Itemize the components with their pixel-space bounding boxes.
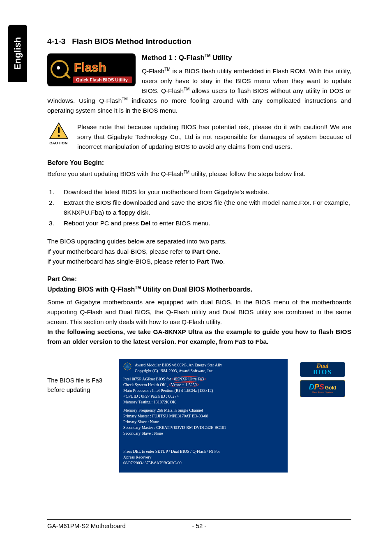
part-one-para: Some of Gigabyte motherboards are equipp… <box>47 297 351 327</box>
step-num: 1. <box>49 187 64 197</box>
bios-device-line: Secondary Master : CREATIVEDVD-RM DVD124… <box>123 425 284 431</box>
bios-chipset-line: Intel i875P AGPset BIOS for 8KNXP Ultra … <box>123 376 284 382</box>
bios-header-line2: Copyright (C) 1984-2003, Award Software,… <box>135 368 222 374</box>
bios-devices: Memory Frequency 266 MHz in Single Chann… <box>123 408 284 436</box>
dps-main: DPSGold <box>309 383 336 391</box>
guide-line2: If your motherboard has dual-BIOS, pleas… <box>47 247 351 257</box>
section-title: 4-1-3 Flash BIOS Method Introduction <box>47 37 351 46</box>
para-prefix: Q-Flash <box>142 67 164 74</box>
intro-suffix: utility, please follow the steps below f… <box>189 170 305 177</box>
footer-right <box>250 522 351 529</box>
dps-sub: Dual Power System <box>312 391 333 394</box>
section-title-text: Flash BIOS Method Introduction <box>72 37 191 46</box>
svg-text:Quick Flash BIOS Utility: Quick Flash BIOS Utility <box>76 77 128 82</box>
bios-side-logos: Dual BIOS DPSGold Dual Power System <box>300 362 345 397</box>
caution-label: CAUTION <box>47 141 70 145</box>
page-content: 4-1-3 Flash BIOS Method Introduction Fla… <box>47 37 351 473</box>
qflash-logo-svg: Flash Quick Flash BIOS Utility <box>47 53 136 86</box>
step-text: Reboot your PC and press Del to enter BI… <box>64 218 210 228</box>
step-2: 2.Extract the BIOS file downloaded and s… <box>49 198 351 218</box>
bios-caption: The BIOS file is Fa3 before updating <box>47 359 111 395</box>
bios-device-line: Primary Slave : None <box>123 419 284 425</box>
bios-health-line: Check System Health OK , Vcore = 1.5250 <box>123 382 284 388</box>
part-one-subheading: Updating BIOS with Q-FlashTM Utility on … <box>47 285 351 293</box>
bios-header-line1: Award Modular BIOS v6.00PG, An Energy St… <box>135 362 222 368</box>
bios-cpu: Main Processor : Intel Pentium(R) 4 1.6G… <box>123 388 284 394</box>
step-text: Extract the BIOS file downloaded and sav… <box>64 198 351 218</box>
health-prefix: Check System Health OK , <box>123 382 168 387</box>
svg-rect-6 <box>58 127 60 133</box>
bios-sysinfo: Intel i875P AGPset BIOS for 8KNXP Ultra … <box>123 376 284 405</box>
language-tab: English <box>8 25 27 82</box>
dps-gold: Gold <box>325 385 336 391</box>
method1-title-prefix: Method 1 : Q-Flash <box>142 54 205 62</box>
subheading-prefix: Updating BIOS with Q-Flash <box>47 286 135 293</box>
bios-cpuid: <CPUID : 0F27 Patch ID : 0027> <box>123 394 284 399</box>
bios-emblem <box>123 362 131 371</box>
tm-mark: TM <box>184 170 189 174</box>
bios-memtest: Memory Testing : 131072K OK <box>123 399 284 405</box>
bios-figure: The BIOS file is Fa3 before updating Awa… <box>47 359 351 473</box>
tm-mark: TM <box>184 87 189 91</box>
step-text: Download the latest BIOS for your mother… <box>64 187 269 197</box>
guide-line3-bold: Part Two <box>197 258 223 265</box>
guide-line3-prefix: If your motherboard has single-BIOS, ple… <box>47 258 197 265</box>
tm-mark: TM <box>164 67 170 72</box>
bios-device-line: Memory Frequency 266 MHz in Single Chann… <box>123 408 284 413</box>
page-footer: GA-M61PM-S2 Motherboard - 52 - <box>47 519 351 529</box>
part-one-heading: Part One: <box>47 276 351 283</box>
caution-text: Please note that because updating BIOS h… <box>77 122 351 152</box>
bios-word: BIOS <box>313 369 332 375</box>
bios-screen: Award Modular BIOS v6.00PG, An Energy St… <box>119 359 288 473</box>
svg-text:Flash: Flash <box>74 60 106 74</box>
bios-footer-line: Press DEL to enter SETUP / Dual BIOS / Q… <box>123 449 284 454</box>
caution-icon: CAUTION <box>47 122 70 145</box>
svg-point-2 <box>57 66 60 70</box>
bios-footer-line: 08/07/2003-i875P-6A79BG03C-00 <box>123 460 284 466</box>
bios-device-line: Primary Master : FUJITSU MPE3170AT ED-03… <box>123 413 284 419</box>
method1-title-suffix: Utility <box>210 54 232 62</box>
part-one-note: In the following sections, we take GA-8K… <box>47 327 351 347</box>
steps-list: 1.Download the latest BIOS for your moth… <box>49 187 351 228</box>
tm-mark: TM <box>122 97 127 101</box>
guide-line2-suffix: . <box>219 248 220 255</box>
bios-header-text: Award Modular BIOS v6.00PG, An Energy St… <box>135 362 222 374</box>
bios-header: Award Modular BIOS v6.00PG, An Energy St… <box>123 362 284 374</box>
subheading-suffix: Utility on Dual BIOS Motherboards. <box>141 286 252 293</box>
caution-block: CAUTION Please note that because updatin… <box>47 122 351 152</box>
dps-logo: DPSGold Dual Power System <box>300 380 345 397</box>
svg-point-7 <box>58 135 60 137</box>
qflash-logo: Flash Quick Flash BIOS Utility <box>47 53 136 86</box>
guide-line3: If your motherboard has single-BIOS, ple… <box>47 257 351 266</box>
tm-mark: TM <box>135 285 141 290</box>
bios-highlight-1: 8KNXP Ultra Fa3 <box>172 376 206 382</box>
guide-line2-prefix: If your motherboard has dual-BIOS, pleas… <box>47 248 192 255</box>
bios-footer: Press DEL to enter SETUP / Dual BIOS / Q… <box>123 449 284 466</box>
footer-page-number: - 52 - <box>149 522 250 529</box>
step-3: 3.Reboot your PC and press Del to enter … <box>49 218 351 228</box>
intro-prefix: Before you start updating BIOS with the … <box>47 170 184 177</box>
chipset-prefix: Intel i875P AGPset BIOS for <box>123 377 171 381</box>
footer-left: GA-M61PM-S2 Motherboard <box>47 522 149 529</box>
tm-mark: TM <box>205 53 210 58</box>
guide-line2-bold: Part One <box>192 248 219 255</box>
bios-footer-line: Xpress Recovery <box>123 454 284 460</box>
section-number: 4-1-3 <box>47 37 65 46</box>
before-begin-intro: Before you start updating BIOS with the … <box>47 169 351 179</box>
bios-device-line: Secondary Slave : None <box>123 431 284 436</box>
step-1: 1.Download the latest BIOS for your moth… <box>49 187 351 197</box>
guide-block: The BIOS upgrading guides below are sepa… <box>47 236 351 266</box>
dual-bios-logo: Dual BIOS <box>300 362 345 377</box>
dual-word: Dual <box>317 363 329 369</box>
before-begin-heading: Before You Begin: <box>47 159 351 167</box>
bios-highlight-2: Vcore = 1.5250 <box>169 382 199 387</box>
step-num: 2. <box>49 198 64 208</box>
guide-line1: The BIOS upgrading guides below are sepa… <box>47 236 351 246</box>
step-num: 3. <box>49 218 64 228</box>
guide-line3-suffix: . <box>223 258 225 265</box>
